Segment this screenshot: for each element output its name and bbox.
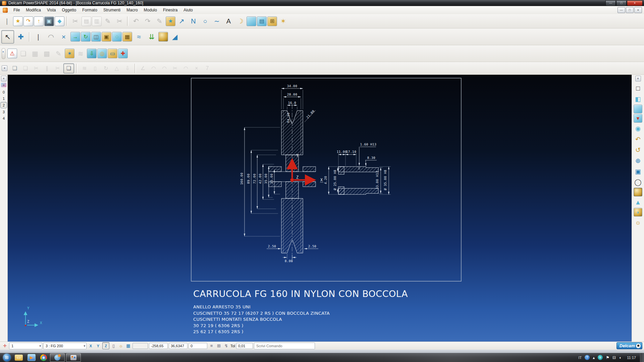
view-along-x-icon[interactable]: X xyxy=(88,343,94,349)
taskbar-explorer-icon[interactable]: ▭ xyxy=(15,355,23,361)
graphics-canvas[interactable]: 34.00 28.00 16.0 R4.30 21.00 xyxy=(8,75,632,342)
minimize-button[interactable]: — xyxy=(605,0,616,6)
maximize-button[interactable]: □ xyxy=(616,0,627,6)
dim-1710[interactable]: 17.10 xyxy=(346,150,357,154)
show-desktop-button[interactable] xyxy=(640,353,644,362)
dim-dia35[interactable]: Ø 35.00 H8 xyxy=(383,170,387,190)
menu-aiuto[interactable]: Aiuto xyxy=(180,7,196,13)
flatten-icon[interactable]: ⇊ xyxy=(146,31,158,43)
level-4[interactable]: 4 xyxy=(1,115,7,121)
command-input[interactable] xyxy=(254,343,315,349)
wizard-icon[interactable]: ✶ xyxy=(278,15,289,27)
dim-25[interactable]: 25.00 xyxy=(270,174,273,184)
menu-formato[interactable]: Formato xyxy=(79,7,100,13)
dim-16[interactable]: 16.0 xyxy=(288,101,296,105)
sail-tool-icon[interactable]: ◢ xyxy=(169,31,181,43)
workplane-axes-icon[interactable]: ✛ xyxy=(2,343,8,349)
section-view-icon[interactable]: ▼ xyxy=(634,114,642,123)
slider-icon[interactable]: | xyxy=(32,31,44,43)
open-model-icon[interactable]: ↷ xyxy=(23,16,33,26)
dim-28[interactable]: 28.00 xyxy=(287,93,298,96)
zoom-box-icon[interactable]: ▣ xyxy=(633,166,643,176)
offset-solid-icon[interactable]: ▣ xyxy=(102,32,111,42)
clock[interactable]: 11:17 xyxy=(624,356,639,360)
level-0[interactable]: 0 xyxy=(1,89,7,95)
dim-830[interactable]: 8.30 xyxy=(367,156,375,160)
shaded-view-icon[interactable] xyxy=(634,105,642,113)
inspect-layers-icon[interactable]: ◎ xyxy=(97,49,107,58)
mdi-minimize-button[interactable]: — xyxy=(618,7,625,13)
menu-modulo[interactable]: Modulo xyxy=(141,7,160,13)
dim-420[interactable]: 4.20 xyxy=(324,176,327,184)
fillet-icon[interactable]: ☽ xyxy=(235,15,246,27)
pattern-solid-icon[interactable]: ▦ xyxy=(122,32,132,42)
grid-size-field[interactable] xyxy=(132,343,148,349)
close-button[interactable]: × xyxy=(627,0,643,6)
print-icon[interactable]: ◆ xyxy=(55,16,64,26)
text-icon[interactable]: A xyxy=(223,15,234,27)
surface-curl-icon[interactable]: ❏ xyxy=(63,63,74,73)
network-icon[interactable]: ⊟ xyxy=(612,355,616,360)
menu-oggetto[interactable]: Oggetto xyxy=(59,7,79,13)
close-toolbar-icon[interactable]: × xyxy=(2,65,7,71)
calculator-icon[interactable]: ⊞ xyxy=(216,343,222,349)
surface-tool-icon[interactable]: ◠ xyxy=(45,31,57,43)
menu-vista[interactable]: Vista xyxy=(44,7,59,13)
zoom-previous-icon[interactable]: ↺ xyxy=(633,145,643,155)
new-model-icon[interactable]: ★ xyxy=(13,16,23,26)
circle-icon[interactable]: ○ xyxy=(200,15,211,27)
render-blast-icon[interactable]: ★ xyxy=(166,16,175,26)
dim-800[interactable]: 8.00 xyxy=(285,259,293,263)
taskbar-chrome-icon[interactable] xyxy=(40,354,47,361)
mesh-doctor-icon[interactable]: ⚠ xyxy=(7,49,17,58)
mdi-restore-button[interactable]: □ xyxy=(626,7,634,13)
workplane-select[interactable]: 1 xyxy=(9,343,42,349)
menu-strumenti[interactable]: Strumenti xyxy=(100,7,123,13)
taskbar-powershape-button[interactable] xyxy=(50,353,65,362)
x-coordinate-field[interactable]: -258,65 xyxy=(149,343,168,349)
help-tray-icon[interactable]: ? xyxy=(585,355,590,360)
level-1[interactable]: 1 xyxy=(1,96,7,101)
view-along-y-icon[interactable]: Y xyxy=(95,343,101,349)
materials-icon[interactable]: ◗ xyxy=(634,208,642,217)
hollow-box-icon[interactable]: ▭ xyxy=(108,49,117,58)
dim-35[interactable]: 35.00 xyxy=(264,174,268,184)
dim-34[interactable]: 34.00 xyxy=(287,84,298,88)
menu-macro[interactable]: Macro xyxy=(123,7,141,13)
close-view-toolbar-icon[interactable]: × xyxy=(635,76,641,81)
wrap-icon[interactable]: ≈ xyxy=(133,31,145,43)
view-along-z-icon[interactable]: Z xyxy=(102,342,109,349)
dimension-icon[interactable]: ↗ xyxy=(176,15,187,27)
wireframe-globe-icon[interactable]: ◯ xyxy=(633,177,643,187)
undo-view-icon[interactable]: ↶ xyxy=(633,134,643,144)
taskbar-media-player-icon[interactable]: ▶ xyxy=(28,354,36,361)
dim-42[interactable]: 42.00 xyxy=(258,174,262,184)
dynamic-section-icon[interactable]: ▲ xyxy=(633,197,643,207)
mdi-close-button[interactable]: × xyxy=(634,7,642,13)
position-list-icon[interactable]: ≡ xyxy=(208,343,215,349)
menu-modifica[interactable]: Modifica xyxy=(23,7,44,13)
dim-72[interactable]: 72.00 xyxy=(253,174,256,184)
rotate-solid-icon[interactable]: ↻ xyxy=(81,32,91,42)
taskbar-drafting-button[interactable] xyxy=(66,353,81,362)
shaded-globe-icon[interactable] xyxy=(634,188,642,196)
level-select[interactable]: 3 : FG 200 xyxy=(43,343,87,349)
language-indicator[interactable]: IT xyxy=(578,356,582,360)
bushing-section[interactable] xyxy=(338,167,378,194)
convert-solid-icon[interactable]: ⇩ xyxy=(87,49,97,58)
robot-macro-icon[interactable]: ↯ xyxy=(223,343,229,349)
surface-icon[interactable] xyxy=(247,16,256,26)
wireframe-view-icon[interactable]: □ xyxy=(633,83,643,93)
zoom-full-icon[interactable]: ⊕ xyxy=(633,156,643,166)
level-3[interactable]: 3 xyxy=(1,109,7,115)
smart-repair-icon[interactable]: ✶ xyxy=(65,49,74,58)
show-hidden-icons-icon[interactable]: ▴ xyxy=(593,355,595,360)
select-icon[interactable]: ↖ xyxy=(1,30,14,44)
polyline-icon[interactable]: N xyxy=(188,15,199,27)
intelligent-cursor-icon[interactable]: ☼ xyxy=(118,343,124,349)
dim-160[interactable]: 160.00 xyxy=(240,173,244,185)
toolbar-grip[interactable] xyxy=(2,48,5,59)
dim-160h13[interactable]: 1.60 H13 xyxy=(360,142,377,146)
antivirus-icon[interactable]: e xyxy=(598,355,603,360)
select-solid-icon[interactable]: ◌ xyxy=(112,32,122,42)
